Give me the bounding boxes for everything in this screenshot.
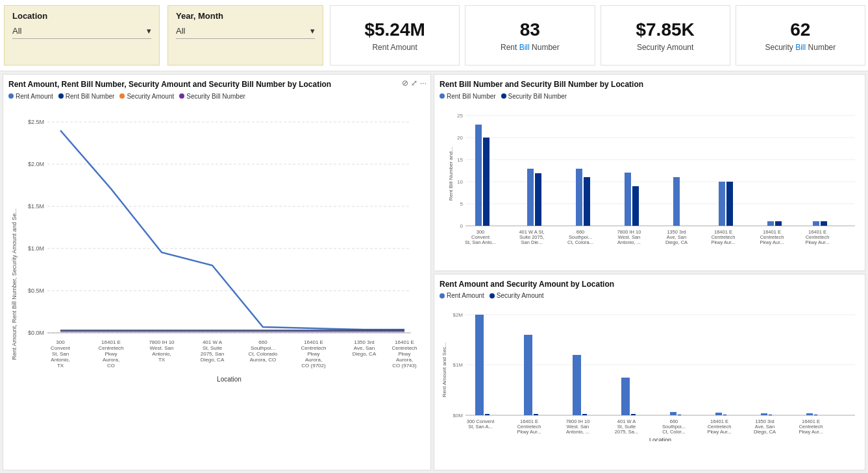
legend-rent-amount: Rent Amount bbox=[8, 93, 53, 100]
bar-sec-br-0 bbox=[485, 414, 490, 415]
x-label-4: 660 bbox=[258, 339, 267, 345]
left-chart-panel: Rent Amount, Rent Bill Number, Security … bbox=[3, 74, 431, 470]
location-filter: Location All ▾ bbox=[4, 5, 160, 66]
year-month-filter-label: Year, Month bbox=[176, 11, 315, 21]
location-dropdown[interactable]: All ▾ bbox=[12, 26, 151, 39]
dot-rent-amount-br bbox=[440, 293, 445, 298]
x-label-0: 300 bbox=[56, 339, 65, 345]
y-label-25m: $2.5M bbox=[28, 119, 44, 125]
y-tr-10: 10 bbox=[457, 179, 463, 185]
x-tr-7c: Pkwy Aur... bbox=[805, 239, 829, 245]
y-axis-label-tr: Rent Bill Number and... bbox=[448, 147, 454, 200]
x-br-0b: St, San A... bbox=[468, 424, 493, 430]
location-chevron: ▾ bbox=[147, 26, 151, 36]
x-br-2c: Antonio, ... bbox=[566, 429, 589, 435]
y-tr-15: 15 bbox=[457, 157, 463, 163]
top-right-chart: Rent Bill Number and Security Bill Numbe… bbox=[434, 74, 865, 271]
x-label-5d: Aurora, bbox=[305, 357, 322, 363]
y-tr-5: 5 bbox=[460, 201, 464, 207]
y-label-20m: $2.0M bbox=[28, 161, 44, 167]
kpi-security-bill-value: 62 bbox=[790, 19, 810, 41]
x-label-5e: CO (9702) bbox=[301, 363, 326, 369]
filter-icon[interactable]: ⊘ bbox=[402, 79, 408, 88]
bar-sec-br-5 bbox=[723, 415, 726, 415]
x-label-2d: TX bbox=[158, 357, 166, 363]
x-label-7d: Aurora, bbox=[396, 357, 413, 363]
label-security-amount-br: Security Amount bbox=[497, 292, 544, 299]
year-month-dropdown[interactable]: All ▾ bbox=[176, 26, 315, 39]
top-right-bar-chart: Rent Bill Number and... 25 20 15 10 5 0 bbox=[440, 103, 858, 245]
line-rent-amount bbox=[60, 130, 404, 330]
bottom-right-legend: Rent Amount Security Amount bbox=[440, 292, 860, 299]
y-label-05m: $0.5M bbox=[28, 287, 44, 294]
x-label-2b: West. San bbox=[150, 345, 174, 351]
x-label-2: 7800 IH 10 bbox=[149, 339, 175, 345]
x-tr-1c: San Die... bbox=[521, 239, 543, 245]
kpi-security-amount-label: Security Amount bbox=[637, 43, 693, 52]
bar-sec-br-4 bbox=[678, 415, 681, 415]
x-label-2c: Antonio, bbox=[152, 351, 171, 357]
x-label-3d: Diego, CA bbox=[201, 357, 225, 363]
x-label-5c: Pkwy bbox=[307, 351, 319, 357]
year-month-value: All bbox=[176, 26, 185, 36]
x-label-4b: Southpoi... bbox=[251, 345, 275, 351]
bar-rent-3 bbox=[625, 173, 631, 226]
y-axis-label-br: Rent Amount and Sec... bbox=[441, 343, 447, 398]
legend-label-security-amount: Security Amount bbox=[127, 93, 174, 100]
kpi-security-bill-label: Security Bill Number bbox=[765, 43, 836, 52]
y-label-15m: $1.5M bbox=[28, 203, 44, 210]
location-value: All bbox=[12, 26, 21, 36]
x-tr-4c: Diego, CA bbox=[665, 239, 688, 245]
bar-sec-1 bbox=[535, 173, 541, 226]
x-label-6: 1350 3rd bbox=[354, 339, 375, 345]
x-br-7c: Pkwy Aur... bbox=[799, 429, 823, 435]
location-filter-label: Location bbox=[12, 11, 151, 21]
x-label-3c: 2075, San bbox=[201, 351, 224, 357]
x-tr-3c: Antonio, ... bbox=[617, 239, 641, 245]
label-rent-amount-br: Rent Amount bbox=[447, 292, 484, 299]
bar-rent-6 bbox=[767, 221, 774, 226]
bar-sec-3 bbox=[632, 186, 639, 226]
dot-security-amount-br bbox=[490, 293, 495, 298]
bar-sec-br-1 bbox=[534, 414, 538, 415]
expand-icon[interactable]: ⤢ bbox=[411, 79, 417, 88]
x-tr-0c: St, San Anto... bbox=[465, 239, 496, 245]
y-label-10m: $1.0M bbox=[28, 245, 44, 252]
x-label-7e: CO (9743) bbox=[392, 363, 417, 369]
top-right-title: Rent Bill Number and Security Bill Numbe… bbox=[440, 80, 860, 90]
x-label-1d: Aurora, bbox=[103, 357, 119, 363]
bottom-right-chart: Rent Amount and Security Amount by Locat… bbox=[434, 274, 865, 471]
label-rent-bill-tr: Rent Bill Number bbox=[447, 93, 496, 100]
bar-rent-br-3 bbox=[621, 378, 630, 415]
legend-rent-bill-tr: Rent Bill Number bbox=[440, 93, 496, 100]
legend-dot-security-amount bbox=[119, 93, 125, 99]
x-label-5b: Centretech bbox=[301, 345, 326, 351]
x-tr-5c: Pkwy Aur... bbox=[711, 239, 735, 245]
bottom-right-title: Rent Amount and Security Amount by Locat… bbox=[440, 280, 860, 290]
legend-label-security-bill: Security Bill Number bbox=[186, 93, 245, 100]
y-br-1m: $1M bbox=[453, 362, 463, 368]
legend-rent-bill: Rent Bill Number bbox=[58, 93, 115, 100]
x-label-1e: CO bbox=[107, 363, 115, 369]
bar-rent-4 bbox=[673, 177, 680, 226]
bar-sec-br-2 bbox=[582, 414, 587, 415]
x-label-3b: St, Suite bbox=[203, 345, 223, 351]
legend-label-rent-bill: Rent Bill Number bbox=[66, 93, 115, 100]
bar-sec-5 bbox=[726, 182, 733, 226]
bar-rent-7 bbox=[813, 221, 819, 226]
x-tr-6c: Pkwy Aur... bbox=[760, 239, 784, 245]
x-br-4c: Ct, Color... bbox=[662, 429, 685, 435]
bar-rent-br-1 bbox=[524, 335, 532, 415]
x-label-6b: Ave, San bbox=[354, 345, 375, 351]
bar-rent-2 bbox=[576, 169, 582, 226]
bar-rent-br-5 bbox=[715, 413, 722, 415]
more-icon[interactable]: ··· bbox=[420, 79, 427, 88]
top-bar: Location All ▾ Year, Month All ▾ $5.24M … bbox=[0, 0, 868, 71]
dot-rent-bill-tr bbox=[440, 93, 445, 99]
year-month-chevron: ▾ bbox=[310, 26, 315, 36]
x-label-4d: Aurora, CO bbox=[250, 357, 276, 363]
dot-security-bill-tr bbox=[501, 93, 506, 99]
legend-rent-amount-br: Rent Amount bbox=[440, 292, 484, 299]
kpi-rent-amount-value: $5.24M bbox=[364, 19, 425, 41]
bar-rent-br-0 bbox=[475, 315, 484, 415]
